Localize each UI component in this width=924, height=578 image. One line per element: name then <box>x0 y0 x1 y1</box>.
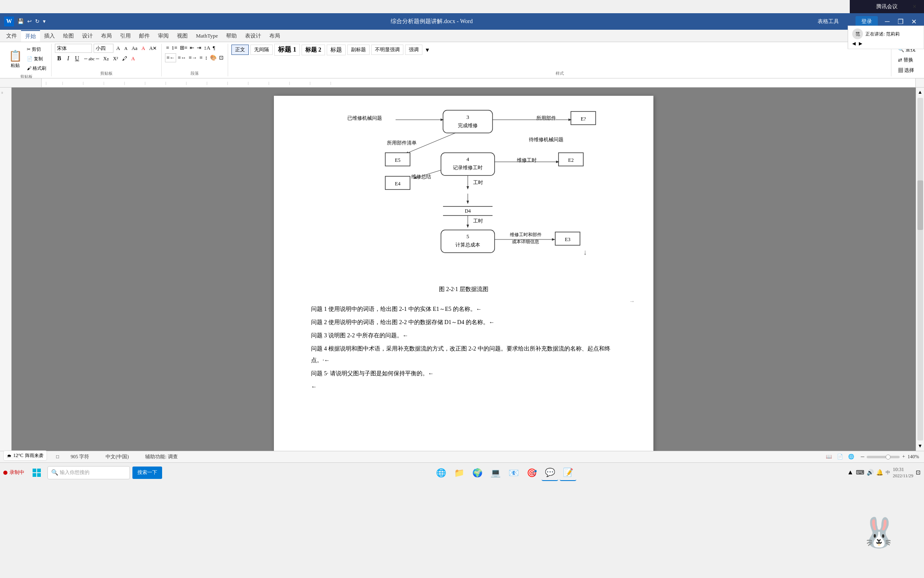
undo-button[interactable]: ↩ <box>27 18 32 25</box>
highlight-button[interactable]: 🖍 <box>121 55 128 63</box>
tab-mailings[interactable]: 邮件 <box>135 31 154 41</box>
align-justify[interactable]: ≡ <box>198 54 203 62</box>
scroll-track[interactable] <box>917 98 923 441</box>
zoom-slider-track[interactable] <box>867 456 900 458</box>
tab-table-layout[interactable]: 布局 <box>265 31 284 41</box>
cut-button[interactable]: ✂ 剪切 <box>25 45 48 53</box>
zoom-in[interactable]: + <box>902 454 905 460</box>
tab-review[interactable]: 审阅 <box>154 31 173 41</box>
line-spacing[interactable]: ↕ <box>204 54 209 62</box>
taskbar-browser[interactable]: 🌍 <box>469 464 486 481</box>
copy-button[interactable]: 📄 复制 <box>25 55 48 63</box>
minimize-button[interactable]: ─ <box>867 0 886 13</box>
tab-insert[interactable]: 插入 <box>40 31 59 41</box>
taskbar-powerpoint[interactable]: 🎯 <box>523 464 540 481</box>
style-h2[interactable]: 标题 2 <box>302 45 325 55</box>
style-title[interactable]: 标题 <box>327 45 346 55</box>
bold-button[interactable]: B <box>55 54 64 63</box>
tab-help[interactable]: 帮助 <box>222 31 241 41</box>
strikethrough-button[interactable]: ─ abc ─ <box>83 55 100 62</box>
align-left[interactable]: ≡← <box>165 53 176 62</box>
meeting-prev[interactable]: ◀ <box>852 41 856 46</box>
window-controls[interactable]: ─ □ ✕ <box>867 0 924 13</box>
border[interactable]: ⊡ <box>218 54 224 62</box>
tab-file[interactable]: 文件 <box>2 31 21 41</box>
replace-button[interactable]: ⇄ 替换 <box>895 56 919 64</box>
tab-home[interactable]: 开始 <box>21 30 40 42</box>
taskbar-tencent[interactable]: 💬 <box>542 464 558 481</box>
start-button[interactable] <box>28 464 45 481</box>
collapse-icon[interactable]: ≡ <box>0 88 5 94</box>
tray-network[interactable]: 🔊 <box>867 469 874 476</box>
taskbar-store[interactable]: 💻 <box>487 464 504 481</box>
scroll-down[interactable]: ▼ <box>916 441 924 451</box>
zoom-out[interactable]: ─ <box>861 454 865 460</box>
select-button[interactable]: ▦ 选择 <box>895 66 919 75</box>
font-clear[interactable]: Aa <box>130 45 139 52</box>
format-painter-button[interactable]: 🖌 格式刷 <box>25 64 48 72</box>
style-no-space[interactable]: 无间隔 <box>250 45 273 55</box>
quick-access-more[interactable]: ▾ <box>43 18 46 25</box>
superscript-button[interactable]: X² <box>112 55 119 63</box>
tray-datetime[interactable]: 10:31 2022/11/29 <box>893 467 913 479</box>
list-number[interactable]: 1≡ <box>171 44 178 52</box>
tab-layout[interactable]: 布局 <box>97 31 116 41</box>
font-name-input[interactable] <box>55 44 92 53</box>
redo-button[interactable]: ↻ <box>35 18 40 25</box>
close-button[interactable]: ✕ <box>905 0 924 13</box>
view-web[interactable]: 🌐 <box>846 453 856 461</box>
font-size-down[interactable]: A <box>123 45 129 52</box>
meeting-next[interactable]: ▶ <box>859 41 862 46</box>
scroll-thumb[interactable] <box>917 180 923 230</box>
tab-table-design[interactable]: 表设计 <box>241 31 265 41</box>
paste-button[interactable]: 📋 粘贴 <box>5 44 25 74</box>
tab-mathtype[interactable]: MathType <box>192 31 222 41</box>
style-subtle-em[interactable]: 不明显强调 <box>371 45 403 55</box>
font-size-up[interactable]: A <box>115 44 121 52</box>
text-color-button[interactable]: A <box>130 55 136 63</box>
style-subtitle[interactable]: 副标题 <box>347 45 370 55</box>
subscript-button[interactable]: X₂ <box>102 55 110 63</box>
document-scroll-area[interactable]: 3 完成维修 已维修机械问题 所用部件 E? 所用部件清单 <box>12 88 916 451</box>
right-scrollbar[interactable]: ▲ ▼ <box>916 88 924 451</box>
tray-volume[interactable]: 🔔 <box>876 469 883 476</box>
font-size-input[interactable] <box>94 44 113 53</box>
show-para[interactable]: ¶ <box>212 44 216 52</box>
zoom-slider-thumb[interactable] <box>886 455 891 460</box>
style-normal[interactable]: 正文 <box>231 45 249 55</box>
indent[interactable]: ⇥ <box>196 44 202 52</box>
tray-keyboard[interactable]: ⌨ <box>856 469 864 476</box>
tray-notification[interactable]: ⊡ <box>916 469 921 476</box>
search-container[interactable]: 🔍 输入你想搜的 <box>47 466 130 479</box>
styles-more[interactable]: ▾ <box>424 45 431 54</box>
save-button[interactable]: 💾 <box>17 18 24 25</box>
font-color[interactable]: A <box>140 45 146 52</box>
tab-draw[interactable]: 绘图 <box>59 31 78 41</box>
view-print[interactable]: 📄 <box>835 453 845 461</box>
tray-up[interactable]: ▲ <box>847 469 853 476</box>
tab-view[interactable]: 视图 <box>173 31 192 41</box>
align-right[interactable]: ≡→ <box>188 54 198 62</box>
taskbar-explorer[interactable]: 📁 <box>451 464 467 481</box>
shading[interactable]: 🎨 <box>209 54 217 62</box>
taskbar-edge[interactable]: 🌐 <box>433 464 449 481</box>
tray-input-method[interactable]: 中 <box>886 469 890 476</box>
maximize-button[interactable]: □ <box>886 0 905 13</box>
outdent[interactable]: ⇤ <box>189 44 195 52</box>
taskbar-word[interactable]: 📝 <box>560 464 576 481</box>
sort[interactable]: ↕A <box>203 44 211 52</box>
taskbar-mail[interactable]: 📧 <box>505 464 522 481</box>
underline-button[interactable]: U <box>73 54 81 63</box>
view-read[interactable]: 📖 <box>824 453 834 461</box>
tab-references[interactable]: 引用 <box>116 31 135 41</box>
search-button[interactable]: 搜索一下 <box>132 467 162 479</box>
font-erase[interactable]: A✕ <box>148 45 158 52</box>
align-center[interactable]: ≡↔ <box>177 54 187 62</box>
tab-design[interactable]: 设计 <box>78 31 97 41</box>
style-em[interactable]: 强调 <box>405 45 422 55</box>
list-bullet[interactable]: ≡ <box>165 44 170 52</box>
scroll-up[interactable]: ▲ <box>916 88 924 97</box>
style-h1[interactable]: 标题 1 <box>274 44 300 56</box>
list-multi[interactable]: ⊞≡ <box>179 44 188 52</box>
italic-button[interactable]: I <box>65 54 71 63</box>
